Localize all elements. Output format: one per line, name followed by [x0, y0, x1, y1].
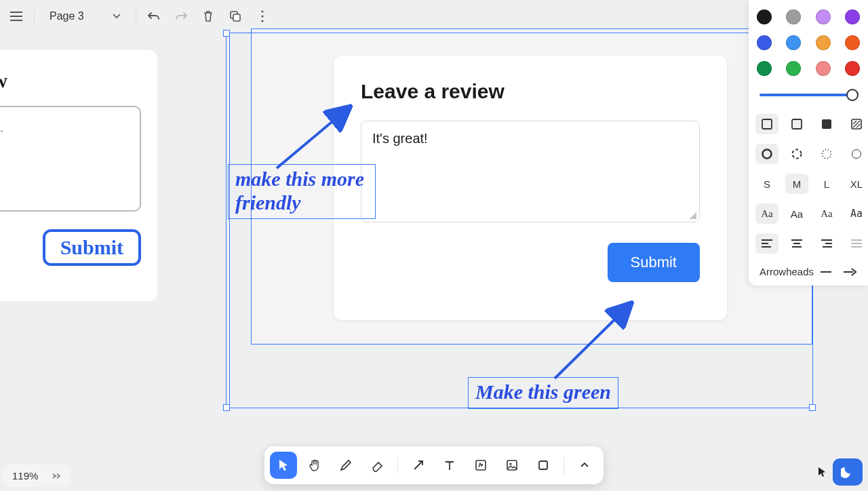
- dash-thin[interactable]: [845, 144, 868, 164]
- svg-point-11: [763, 150, 772, 159]
- menu-icon[interactable]: [4, 4, 28, 28]
- chevron-down-icon: [113, 14, 121, 19]
- color-green[interactable]: [786, 61, 801, 76]
- color-blue[interactable]: [757, 35, 772, 50]
- tool-draw[interactable]: [332, 452, 359, 479]
- fill-solid[interactable]: [815, 114, 838, 134]
- dash-dotted[interactable]: [815, 144, 838, 164]
- zoom-control[interactable]: 119%: [3, 465, 71, 487]
- mock-left-submit[interactable]: Submit: [43, 229, 141, 266]
- size-options: S M L XL: [755, 174, 861, 194]
- color-red[interactable]: [845, 61, 860, 76]
- opacity-slider[interactable]: [755, 85, 861, 104]
- arrow-annotation-2[interactable]: [548, 297, 643, 385]
- tool-select[interactable]: [270, 452, 297, 479]
- tool-more[interactable]: [571, 452, 598, 479]
- separator: [397, 456, 398, 474]
- tool-text[interactable]: [436, 452, 463, 479]
- arrowheads-row: Arrowheads: [755, 263, 861, 277]
- dash-options: [755, 144, 861, 164]
- tool-eraser[interactable]: [363, 452, 391, 479]
- resize-handle[interactable]: [809, 404, 816, 411]
- svg-point-12: [793, 150, 802, 159]
- svg-line-5: [277, 109, 348, 168]
- page-label: Page 3: [50, 10, 84, 22]
- font-serif[interactable]: Aa: [815, 203, 838, 224]
- font-hand[interactable]: Aa: [755, 203, 778, 224]
- chevron-right-icon: [52, 473, 61, 479]
- font-mono[interactable]: Aa: [845, 203, 868, 224]
- align-options: [755, 233, 861, 254]
- arrow-annotation-1[interactable]: [270, 100, 358, 175]
- svg-point-19: [509, 463, 511, 465]
- slider-track: [760, 94, 857, 96]
- zoom-value: 119%: [12, 470, 38, 482]
- tool-note[interactable]: [467, 452, 494, 479]
- fill-pattern[interactable]: [845, 114, 868, 134]
- arrowhead-end[interactable]: [842, 268, 857, 276]
- slider-thumb[interactable]: [846, 89, 859, 101]
- color-darkgreen[interactable]: [757, 61, 772, 76]
- color-orange[interactable]: [816, 35, 831, 50]
- card-submit-button[interactable]: Submit: [608, 243, 700, 282]
- card-textarea[interactable]: It's great!: [361, 121, 700, 222]
- mock-left-textarea[interactable]: e kind...: [0, 106, 141, 212]
- mock-left-title: a review: [0, 69, 141, 92]
- undo-button[interactable]: [142, 4, 166, 28]
- tool-image[interactable]: [498, 452, 526, 479]
- fill-none[interactable]: [755, 114, 778, 134]
- color-lightpurple[interactable]: [816, 9, 831, 24]
- bottom-right-controls: [816, 458, 863, 486]
- align-right[interactable]: [815, 233, 838, 254]
- tool-arrow[interactable]: [405, 452, 432, 479]
- top-toolbar: Page 3: [0, 0, 279, 33]
- dash-dashed[interactable]: [785, 144, 808, 164]
- size-xl[interactable]: XL: [845, 174, 868, 194]
- align-left[interactable]: [755, 233, 778, 254]
- arrowhead-start[interactable]: [819, 269, 833, 275]
- fill-semi[interactable]: [785, 114, 808, 134]
- fill-options: [755, 114, 861, 134]
- size-s[interactable]: S: [755, 174, 778, 194]
- size-l[interactable]: L: [815, 174, 838, 194]
- mock-card-left[interactable]: a review e kind... Submit: [0, 50, 157, 301]
- style-panel: S M L XL Aa Aa Aa Aa Arrowheads: [749, 0, 868, 286]
- separator: [136, 9, 136, 24]
- svg-point-13: [823, 150, 831, 159]
- page-selector[interactable]: Page 3: [40, 4, 130, 28]
- more-icon[interactable]: [250, 4, 275, 28]
- guide-line: [229, 33, 230, 410]
- font-sans[interactable]: Aa: [785, 203, 808, 224]
- color-black[interactable]: [757, 9, 772, 24]
- dash-solid[interactable]: [755, 144, 778, 164]
- color-pink[interactable]: [816, 61, 831, 76]
- svg-rect-9: [822, 119, 831, 129]
- svg-rect-7: [762, 119, 772, 129]
- size-m[interactable]: M: [785, 174, 808, 194]
- delete-button[interactable]: [196, 4, 220, 28]
- redo-button[interactable]: [169, 4, 193, 28]
- color-purple[interactable]: [845, 9, 860, 24]
- review-card[interactable]: Leave a review It's great! Submit: [334, 56, 727, 320]
- svg-point-3: [261, 15, 263, 17]
- svg-rect-1: [233, 14, 240, 21]
- font-options: Aa Aa Aa Aa: [755, 203, 861, 224]
- align-justify[interactable]: [845, 233, 868, 254]
- separator: [34, 9, 35, 24]
- color-darkorange[interactable]: [845, 35, 860, 50]
- arrowheads-label: Arrowheads: [760, 266, 814, 277]
- card-title: Leave a review: [361, 80, 700, 103]
- bottom-toolbar: [264, 446, 604, 484]
- svg-line-6: [555, 305, 629, 378]
- color-lightblue[interactable]: [786, 35, 801, 50]
- duplicate-button[interactable]: [223, 4, 248, 28]
- svg-point-14: [852, 150, 861, 159]
- tool-shape[interactable]: [530, 452, 557, 479]
- align-center[interactable]: [785, 233, 808, 254]
- theme-toggle-button[interactable]: [833, 458, 863, 486]
- canvas[interactable]: Page 3 a review e kind... Submit Leave a…: [0, 0, 868, 491]
- svg-point-4: [261, 20, 263, 22]
- color-grey[interactable]: [786, 9, 801, 24]
- svg-rect-8: [792, 119, 802, 129]
- tool-hand[interactable]: [301, 452, 328, 479]
